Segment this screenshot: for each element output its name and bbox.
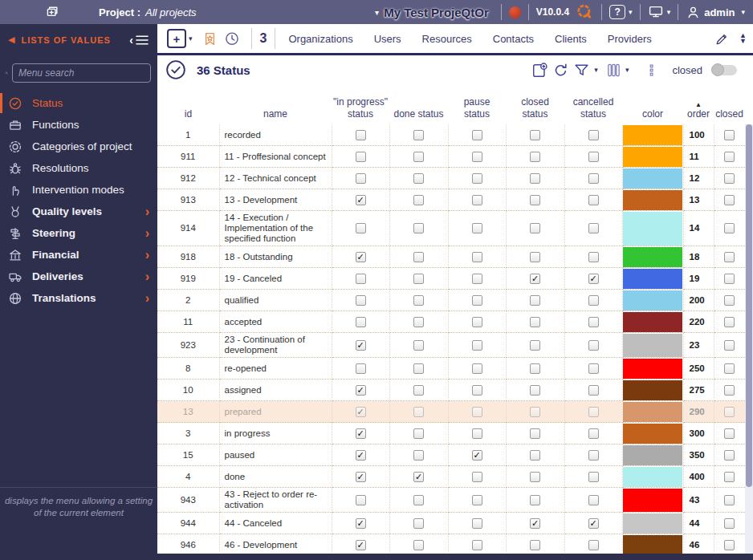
closed-checkbox[interactable] [530, 317, 540, 327]
in-progress-checkbox[interactable]: ✓ [356, 252, 366, 262]
sidebar-item-deliveries[interactable]: Deliveries› [0, 266, 157, 287]
closed-toggle[interactable] [713, 65, 737, 75]
help-caret-icon[interactable]: ▾ [629, 8, 633, 16]
table-row[interactable]: 94343 - Reject to order re-activation43 [157, 488, 745, 513]
closed-checkbox[interactable] [530, 152, 540, 162]
in-progress-checkbox[interactable]: ✓ [356, 428, 366, 439]
done-checkbox[interactable] [413, 385, 424, 396]
tab-providers[interactable]: Providers [608, 33, 652, 45]
pause-checkbox[interactable] [472, 223, 482, 233]
closed-flag-checkbox[interactable] [724, 223, 735, 233]
cancelled-checkbox[interactable]: ✓ [588, 274, 599, 284]
cancelled-checkbox[interactable] [588, 540, 599, 550]
cancelled-checkbox[interactable] [588, 223, 599, 233]
cancelled-checkbox[interactable] [588, 173, 599, 184]
pause-checkbox[interactable] [472, 495, 482, 505]
cancelled-checkbox[interactable] [588, 152, 599, 162]
closed-flag-checkbox[interactable] [724, 428, 735, 439]
closed-checkbox[interactable]: ✓ [530, 518, 540, 529]
closed-checkbox[interactable] [530, 295, 540, 306]
table-row[interactable]: 94646 - Development✓46 [157, 534, 745, 554]
pause-checkbox[interactable] [472, 130, 482, 140]
in-progress-checkbox[interactable] [356, 295, 366, 306]
done-checkbox[interactable] [413, 450, 424, 461]
closed-checkbox[interactable] [530, 385, 540, 396]
vertical-scrollbar[interactable] [745, 124, 753, 554]
in-progress-checkbox[interactable]: ✓ [356, 407, 366, 417]
closed-checkbox[interactable] [530, 223, 540, 233]
cancelled-checkbox[interactable] [588, 363, 599, 374]
cancelled-checkbox[interactable] [588, 130, 599, 140]
closed-checkbox[interactable]: ✓ [530, 274, 540, 284]
menu-search-input[interactable] [12, 63, 151, 83]
in-progress-checkbox[interactable]: ✓ [356, 472, 366, 482]
closed-flag-checkbox[interactable] [724, 363, 735, 374]
color-swatch[interactable] [622, 246, 683, 268]
columns-icon[interactable] [606, 63, 621, 78]
add-note-icon[interactable] [531, 62, 548, 79]
pause-checkbox[interactable] [472, 173, 482, 184]
table-row[interactable]: 91313 - Development✓13 [157, 189, 745, 211]
closed-flag-checkbox[interactable] [724, 450, 735, 461]
filter-caret-icon[interactable]: ▾ [594, 66, 598, 74]
kebab-menu-icon[interactable] [645, 63, 658, 77]
table-row[interactable]: 91818 - Outstanding✓18 [157, 246, 745, 268]
in-progress-checkbox[interactable] [356, 495, 366, 505]
closed-checkbox[interactable] [530, 450, 540, 461]
pause-checkbox[interactable]: ✓ [472, 450, 482, 461]
closed-checkbox[interactable] [530, 173, 540, 184]
color-swatch[interactable] [622, 513, 683, 534]
color-swatch[interactable] [622, 423, 683, 444]
sidebar-item-categories-of-project[interactable]: Categories of project [0, 136, 157, 157]
sidebar-item-intervention-modes[interactable]: Intervention modes [0, 179, 157, 201]
table-row[interactable]: 1recorded100 [157, 124, 745, 146]
done-checkbox[interactable] [413, 173, 424, 184]
cancelled-checkbox[interactable] [588, 340, 599, 351]
open-windows-count[interactable]: 3 [260, 31, 267, 46]
in-progress-checkbox[interactable]: ✓ [356, 450, 366, 461]
closed-flag-checkbox[interactable] [724, 340, 735, 351]
in-progress-checkbox[interactable] [356, 363, 366, 374]
closed-flag-checkbox[interactable] [724, 317, 735, 327]
done-checkbox[interactable] [413, 130, 424, 140]
done-checkbox[interactable] [413, 295, 424, 306]
pause-checkbox[interactable] [472, 317, 482, 327]
column-header-closed[interactable]: closed status [506, 84, 564, 124]
sidebar-item-steering[interactable]: Steering› [0, 222, 157, 244]
table-row[interactable]: 4done✓✓400 [157, 466, 745, 488]
color-swatch[interactable] [622, 333, 683, 358]
project-selector[interactable]: Project : All projects [99, 6, 197, 18]
table-row[interactable]: 13prepared✓290 [157, 401, 745, 423]
tab-clients[interactable]: Clients [555, 33, 587, 45]
collapse-menu-button[interactable]: ‹ [129, 34, 149, 47]
table-row[interactable]: 15paused✓✓350 [157, 444, 745, 466]
refresh-icon[interactable] [552, 62, 569, 79]
column-header-done[interactable]: done status [389, 84, 448, 124]
closed-flag-checkbox[interactable] [724, 274, 735, 284]
tab-contacts[interactable]: Contacts [493, 33, 534, 45]
closed-checkbox[interactable] [530, 363, 540, 374]
in-progress-checkbox[interactable]: ✓ [356, 340, 366, 351]
closed-checkbox[interactable] [530, 472, 540, 482]
user-avatar-icon[interactable] [686, 5, 701, 20]
color-swatch[interactable] [622, 146, 683, 168]
pause-checkbox[interactable] [472, 407, 482, 417]
cancelled-checkbox[interactable] [588, 295, 599, 306]
table-row[interactable]: 8re-opened250 [157, 358, 745, 379]
cancelled-checkbox[interactable] [588, 450, 599, 461]
pause-checkbox[interactable] [472, 274, 482, 284]
pencil-icon[interactable] [714, 31, 730, 47]
cancelled-checkbox[interactable] [588, 195, 599, 205]
table-row[interactable]: 11accepted220 [157, 311, 745, 333]
tab-users[interactable]: Users [374, 33, 401, 45]
closed-flag-checkbox[interactable] [724, 252, 735, 262]
table-row[interactable]: 10assigned✓275 [157, 379, 745, 401]
closed-checkbox[interactable] [530, 340, 540, 351]
pause-checkbox[interactable] [472, 472, 482, 482]
sidebar-item-functions[interactable]: Functions [0, 114, 157, 136]
in-progress-checkbox[interactable]: ✓ [356, 540, 366, 550]
column-header-pause[interactable]: pause status [448, 84, 506, 124]
done-checkbox[interactable] [413, 274, 424, 284]
color-swatch[interactable] [622, 268, 683, 290]
tab-resources[interactable]: Resources [422, 33, 472, 45]
